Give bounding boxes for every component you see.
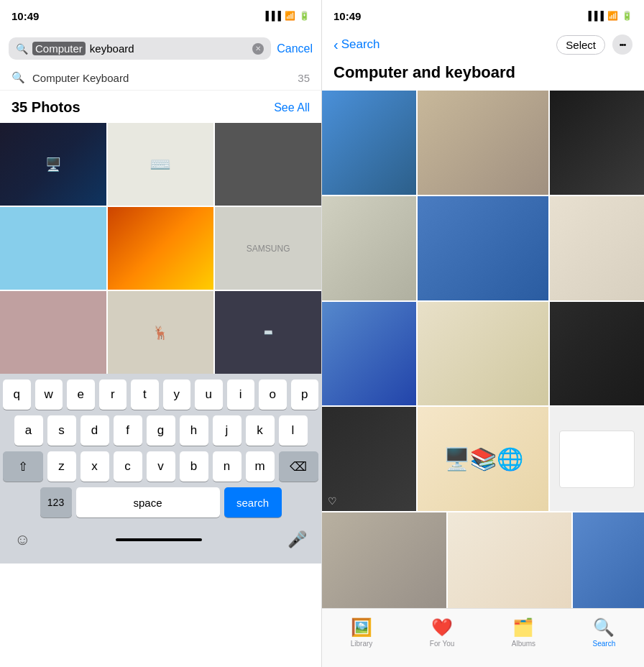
keyboard-row-2: a s d f g h j k l — [3, 415, 318, 446]
key-w[interactable]: w — [35, 380, 63, 410]
key-r[interactable]: r — [99, 380, 127, 410]
right-panel: 10:49 ▐▐▐ 📶 🔋 ‹ Search Select ••• Comput… — [322, 0, 644, 667]
key-v[interactable]: v — [147, 451, 175, 482]
photo-cell-3[interactable] — [215, 123, 321, 206]
chevron-left-icon: ‹ — [334, 37, 339, 53]
key-t[interactable]: t — [131, 380, 159, 410]
right-signal-icon: ▐▐▐ — [585, 11, 604, 21]
right-photo-14[interactable] — [448, 512, 572, 608]
right-photo-row-2 — [322, 196, 644, 300]
search-key[interactable]: search — [224, 487, 282, 518]
suggestion-label: Computer Keyboard — [32, 72, 129, 84]
search-icon: 🔍 — [16, 43, 28, 55]
search-bar-container: 🔍 Computer keyboard ✕ Cancel — [0, 32, 321, 65]
right-photo-12[interactable] — [550, 407, 644, 511]
keyboard-bottom-bar: ☺ 🎤 — [0, 526, 321, 564]
numbers-key[interactable]: 123 — [40, 487, 72, 518]
photos-count-title: 35 Photos — [12, 99, 80, 116]
key-k[interactable]: k — [246, 415, 275, 446]
key-i[interactable]: i — [227, 380, 255, 410]
tab-library[interactable]: 🖼️ Library — [351, 617, 373, 648]
keyboard-row-4: 123 space search — [3, 487, 318, 518]
keyboard-row-3: ⇧ z x c v b n m ⌫ — [3, 451, 318, 482]
key-p[interactable]: p — [291, 380, 319, 410]
keyboard: q w e r t y u i o p a s d f g h j k l ⇧ … — [0, 374, 321, 526]
home-indicator — [116, 538, 202, 541]
mic-icon[interactable]: 🎤 — [288, 530, 307, 549]
tab-albums-label: Albums — [512, 640, 535, 648]
right-photo-11[interactable]: 🖥️📚🌐 — [418, 407, 549, 511]
see-all-button[interactable]: See All — [274, 101, 310, 114]
photo-cell-4[interactable] — [0, 207, 106, 290]
key-z[interactable]: z — [47, 451, 76, 482]
suggestion-row[interactable]: 🔍 Computer Keyboard 35 — [0, 65, 321, 91]
key-x[interactable]: x — [80, 451, 109, 482]
back-button[interactable]: ‹ Search — [334, 37, 380, 53]
photo-cell-2[interactable]: ⌨️ — [108, 123, 214, 206]
key-m[interactable]: m — [246, 451, 275, 482]
tab-search[interactable]: 🔍 Search — [593, 617, 616, 648]
search-highlight: Computer — [32, 42, 86, 55]
right-photo-7[interactable] — [322, 302, 416, 406]
right-photo-10[interactable]: ♡ — [322, 407, 416, 511]
right-photo-15[interactable] — [573, 512, 644, 608]
key-u[interactable]: u — [195, 380, 223, 410]
right-photo-row-4: ♡ 🖥️📚🌐 — [322, 407, 644, 511]
key-j[interactable]: j — [213, 415, 242, 446]
photo-cell-8[interactable]: 🦌 — [108, 291, 214, 374]
shift-key[interactable]: ⇧ — [3, 451, 43, 482]
key-n[interactable]: n — [213, 451, 242, 482]
more-button[interactable]: ••• — [612, 34, 632, 55]
right-photo-6[interactable] — [550, 196, 644, 300]
right-photo-8[interactable] — [418, 302, 549, 406]
right-photo-row-3 — [322, 302, 644, 406]
right-photo-3[interactable] — [550, 91, 644, 195]
select-button[interactable]: Select — [556, 35, 605, 55]
photo-cell-1[interactable]: 🖥️ — [0, 123, 106, 206]
key-a[interactable]: a — [14, 415, 43, 446]
key-s[interactable]: s — [47, 415, 76, 446]
clear-search-button[interactable]: ✕ — [252, 43, 264, 55]
photo-cell-5[interactable] — [108, 207, 214, 290]
right-photo-2[interactable] — [418, 91, 549, 195]
search-input-wrapper[interactable]: 🔍 Computer keyboard ✕ — [9, 37, 271, 60]
key-f[interactable]: f — [114, 415, 142, 446]
left-panel: 10:49 ▐▐▐ 📶 🔋 🔍 Computer keyboard ✕ Canc… — [0, 0, 322, 667]
right-photo-grid: ♡ 🖥️📚🌐 — [322, 91, 644, 608]
emoji-icon[interactable]: ☺ — [14, 530, 30, 549]
photo-cell-9[interactable]: ⌨️ — [215, 291, 321, 374]
albums-icon: 🗂️ — [512, 617, 534, 638]
space-key[interactable]: space — [76, 487, 220, 518]
tab-albums[interactable]: 🗂️ Albums — [512, 617, 535, 648]
right-photo-4[interactable] — [322, 196, 416, 300]
key-b[interactable]: b — [180, 451, 208, 482]
left-status-icons: ▐▐▐ 📶 🔋 — [262, 11, 310, 21]
ellipsis-icon: ••• — [620, 40, 626, 49]
right-photo-13[interactable] — [322, 512, 446, 608]
key-q[interactable]: q — [3, 380, 31, 410]
right-wifi-icon: 📶 — [607, 11, 618, 21]
key-e[interactable]: e — [67, 380, 95, 410]
right-photo-1[interactable] — [322, 91, 416, 195]
delete-key[interactable]: ⌫ — [279, 451, 319, 482]
right-photo-9[interactable] — [550, 302, 644, 406]
key-g[interactable]: g — [147, 415, 175, 446]
tab-bar: 🖼️ Library ❤️ For You 🗂️ Albums 🔍 Search — [322, 608, 644, 667]
key-c[interactable]: c — [114, 451, 142, 482]
tab-library-label: Library — [351, 640, 373, 648]
key-l[interactable]: l — [279, 415, 308, 446]
keyboard-row-1: q w e r t y u i o p — [3, 380, 318, 410]
key-d[interactable]: d — [80, 415, 109, 446]
for-you-icon: ❤️ — [431, 617, 453, 638]
heart-icon: ♡ — [328, 495, 337, 507]
right-photo-5[interactable] — [418, 196, 549, 300]
key-y[interactable]: y — [163, 380, 191, 410]
tab-for-you[interactable]: ❤️ For You — [430, 617, 454, 648]
key-h[interactable]: h — [180, 415, 208, 446]
key-o[interactable]: o — [259, 380, 287, 410]
photo-cell-7[interactable] — [0, 291, 106, 374]
left-status-bar: 10:49 ▐▐▐ 📶 🔋 — [0, 0, 321, 32]
photo-cell-6[interactable]: SAMSUNG — [215, 207, 321, 290]
right-nav-bar: ‹ Search Select ••• — [322, 32, 644, 60]
cancel-button[interactable]: Cancel — [277, 42, 313, 55]
